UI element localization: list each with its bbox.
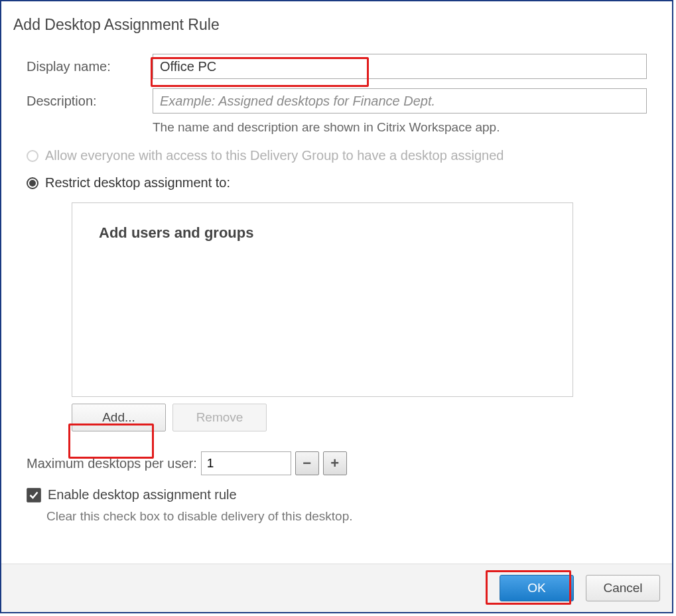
display-name-label: Display name: — [27, 54, 153, 74]
enable-rule-checkbox[interactable] — [27, 488, 41, 502]
check-icon — [29, 490, 39, 501]
max-desktops-minus[interactable]: − — [295, 451, 319, 475]
dialog-content: Display name: Description: The name and … — [1, 34, 672, 564]
dialog-title: Add Desktop Assignment Rule — [1, 1, 672, 34]
add-button[interactable]: Add... — [72, 404, 166, 431]
radio-allow-everyone: Allow everyone with access to this Deliv… — [27, 148, 647, 163]
description-input[interactable] — [153, 88, 647, 114]
max-desktops-label: Maximum desktops per user: — [27, 456, 197, 471]
enable-rule-hint: Clear this check box to disable delivery… — [46, 509, 647, 524]
name-desc-hint: The name and description are shown in Ci… — [153, 120, 647, 135]
users-groups-title: Add users and groups — [72, 203, 573, 263]
max-desktops-plus[interactable]: + — [323, 451, 347, 475]
dialog: Add Desktop Assignment Rule Display name… — [0, 0, 673, 613]
users-groups-panel: Add users and groups — [72, 202, 573, 397]
radio-icon — [27, 150, 38, 162]
ok-button[interactable]: OK — [500, 575, 574, 601]
max-desktops-input[interactable] — [201, 451, 291, 475]
remove-button: Remove — [172, 404, 267, 431]
display-name-input[interactable] — [153, 54, 647, 79]
cancel-button[interactable]: Cancel — [586, 575, 660, 601]
enable-rule-label: Enable desktop assignment rule — [48, 487, 237, 502]
radio-allow-everyone-label: Allow everyone with access to this Deliv… — [45, 148, 504, 163]
description-label: Description: — [27, 88, 153, 109]
radio-icon — [27, 177, 38, 189]
dialog-footer: OK Cancel — [1, 564, 672, 612]
radio-restrict-label: Restrict desktop assignment to: — [45, 175, 230, 191]
radio-restrict-assignment[interactable]: Restrict desktop assignment to: — [27, 175, 647, 191]
